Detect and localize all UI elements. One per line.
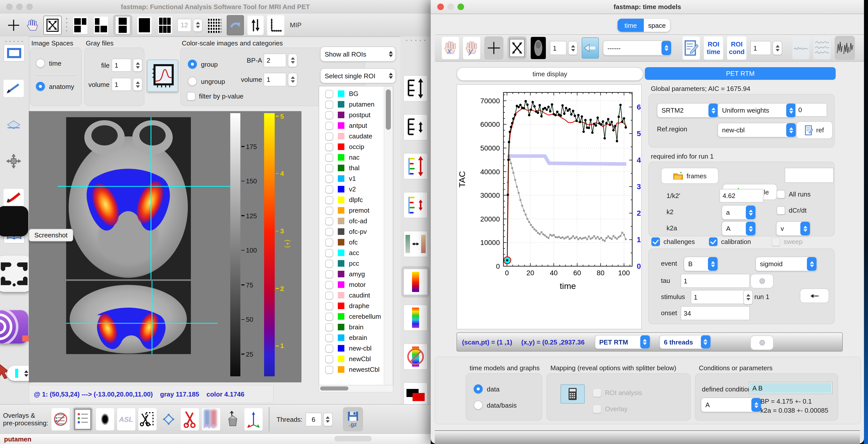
model-select[interactable]: PET RTM (595, 335, 650, 349)
response-function-select[interactable]: sigmoid (755, 257, 817, 271)
montage-grid-button[interactable] (206, 15, 223, 35)
event-select[interactable]: B (684, 257, 718, 271)
scan-value[interactable]: 1 (550, 41, 566, 55)
run-stepper[interactable] (773, 41, 782, 55)
slice-stepper[interactable] (23, 366, 30, 381)
dock-screenshot-app-icon[interactable] (0, 256, 32, 292)
time-models-titlebar[interactable]: fastmap: time models (431, 0, 864, 14)
weights-select[interactable]: Uniform weights (717, 103, 796, 118)
roi-visibility-checkbox[interactable] (325, 228, 333, 236)
plot-style-flat-button[interactable] (792, 37, 809, 59)
roi-list-item[interactable]: ofc-ad (319, 216, 384, 226)
plot-style-spikes-button[interactable] (835, 36, 855, 60)
polygon-roi-button[interactable] (159, 408, 178, 431)
roi-list-item[interactable]: motor (319, 279, 384, 290)
roi-list-item[interactable]: caudate (319, 131, 384, 142)
data-basis-radio[interactable] (474, 401, 483, 410)
layout-three-pane-button[interactable] (72, 15, 89, 35)
hot-colorbar[interactable] (264, 113, 275, 376)
roi-list-item[interactable]: antput (319, 120, 384, 131)
layout-corner-pane-button[interactable] (92, 15, 110, 35)
roi-list-item[interactable]: acc (319, 247, 384, 258)
roi-visibility-checkbox[interactable] (325, 302, 333, 310)
anatomy-space-radio[interactable] (36, 82, 45, 91)
threads-select[interactable]: 6 threads (659, 335, 711, 349)
roi-visibility-checkbox[interactable] (325, 153, 333, 161)
ungroup-radio[interactable] (188, 77, 197, 86)
time-display-tab[interactable]: time display (457, 67, 643, 81)
roi-visibility-checkbox[interactable] (325, 249, 333, 257)
crosshair-tool-button[interactable] (6, 17, 21, 34)
no-colormap-button[interactable] (404, 344, 427, 369)
fit-view-button[interactable] (507, 36, 527, 60)
roi-visibility-checkbox[interactable] (325, 100, 333, 108)
roi-list-item[interactable]: thal (319, 162, 384, 173)
stimulus-stepper[interactable] (743, 290, 753, 304)
roi-visibility-checkbox[interactable] (325, 90, 333, 98)
roi-visibility-checkbox[interactable] (325, 365, 333, 374)
roi-visibility-checkbox[interactable] (325, 175, 333, 183)
roi-visibility-checkbox[interactable] (325, 206, 333, 214)
ref-button[interactable]: ref (796, 121, 833, 139)
roi-list-item[interactable]: ebrain (319, 332, 384, 343)
grid-count-stepper[interactable] (193, 19, 203, 32)
roi-list-item[interactable]: ofc-pv (319, 226, 384, 237)
file-spinner[interactable]: 1 (112, 59, 143, 72)
tab-space[interactable]: space (644, 19, 670, 32)
roi-visibility-checkbox[interactable] (325, 217, 333, 225)
roi-list-item[interactable]: cerebellum (319, 311, 384, 322)
roi-analysis-checkbox[interactable] (593, 388, 601, 397)
roi-visibility-checkbox[interactable] (325, 355, 333, 363)
threads-stepper[interactable] (323, 412, 333, 426)
layers-tool-button[interactable] (3, 116, 24, 134)
roi-list-item[interactable]: v2 (319, 184, 384, 195)
roi-visibility-checkbox[interactable] (325, 270, 333, 278)
roi-list-item[interactable]: newestCbl (319, 364, 384, 375)
roi-list-item[interactable]: draphe (319, 300, 384, 311)
scan-spinner[interactable]: 1 (550, 41, 578, 55)
pet-rtm-tab[interactable]: PET RTM (645, 67, 836, 80)
condition-select[interactable]: A (701, 397, 762, 412)
tac-chart[interactable]: 0204060801000100002000030000400005000060… (457, 85, 641, 329)
k2a-select[interactable]: A (721, 221, 756, 236)
brain-view-button[interactable] (531, 37, 546, 59)
histogram-button[interactable] (147, 60, 178, 92)
ref-region-select[interactable]: new-cbl (717, 123, 796, 138)
volume-value[interactable]: 1 (112, 78, 131, 91)
roi-visibility-checkbox[interactable] (325, 323, 333, 331)
tau-fix-button[interactable] (750, 274, 774, 289)
filter-pvalue-checkbox[interactable] (187, 92, 195, 100)
roi-list-item[interactable]: caudint (319, 290, 384, 300)
fit-view-tool-button[interactable] (43, 16, 62, 35)
tab-time[interactable]: time (618, 19, 644, 32)
rainbow-colormap-button[interactable] (404, 305, 427, 330)
onset-field[interactable]: 34 (681, 306, 750, 320)
dock-black-app-icon[interactable] (0, 206, 28, 236)
vscrollbar-thumb[interactable] (386, 89, 391, 130)
threads-spinner[interactable]: 6 (306, 412, 333, 426)
roi-list-item[interactable]: ofc (319, 237, 384, 247)
volume-spinner[interactable]: 1 (112, 78, 143, 91)
red-brush-tool-button[interactable] (3, 189, 24, 206)
roi-list-item[interactable]: putamen (319, 99, 384, 110)
roi-list-item[interactable]: amyg (319, 269, 384, 279)
scale-range-full-button[interactable] (404, 76, 427, 101)
roi-visibility-checkbox[interactable] (325, 344, 333, 352)
axes-3d-button[interactable] (244, 408, 262, 431)
bpa-stepper[interactable] (288, 54, 298, 67)
roi-list-item[interactable]: occip (319, 142, 384, 152)
cs-volume-spinner[interactable]: 1 (264, 73, 298, 86)
image-display-panel[interactable]: 175150125100755025 54321 (+) (29, 111, 302, 382)
run-value[interactable]: 1 (750, 41, 771, 55)
roi-list-item[interactable]: nac (319, 152, 384, 162)
file-stepper[interactable] (133, 59, 143, 72)
v-select[interactable]: v (776, 221, 810, 236)
roi-visibility-checkbox[interactable] (325, 132, 333, 140)
main-window-titlebar[interactable]: fastmap: Functional Analysis Software To… (0, 0, 431, 14)
frames-button[interactable]: frames (661, 168, 718, 184)
weights-param-field[interactable]: 0 (795, 103, 827, 117)
roi-visibility-checkbox[interactable] (325, 164, 333, 172)
roi-visibility-checkbox[interactable] (325, 185, 333, 193)
bpa-value[interactable]: 2 (264, 54, 286, 67)
roi-visibility-checkbox[interactable] (325, 196, 333, 204)
